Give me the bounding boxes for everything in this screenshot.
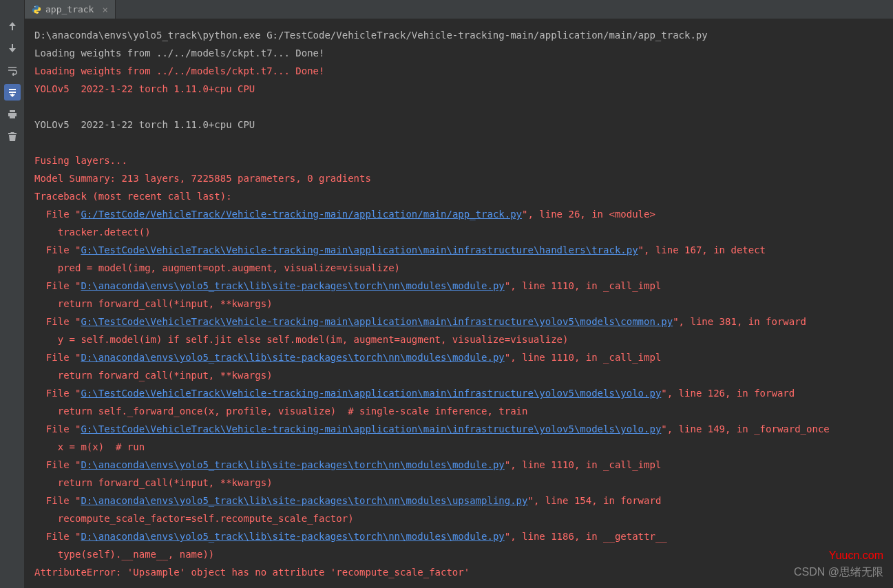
- console-text: recompute_scale_factor=self.recompute_sc…: [34, 513, 354, 524]
- console-line: YOLOv5 2022-1-22 torch 1.11.0+cpu CPU: [34, 116, 883, 134]
- console-line: return forward_call(*input, **kwargs): [34, 366, 883, 384]
- console-line: File "D:\anaconda\envs\yolo5_track\lib\s…: [34, 492, 883, 510]
- watermark-bottom: CSDN @思绪无限: [794, 565, 883, 580]
- close-icon[interactable]: ×: [102, 4, 107, 15]
- console-text: File ": [34, 495, 81, 506]
- console-line: D:\anaconda\envs\yolo5_track\python.exe …: [34, 26, 883, 44]
- console-text: tracker.detect(): [34, 227, 151, 238]
- main-panel: app_track × D:\anaconda\envs\yolo5_track…: [25, 0, 893, 588]
- console-line: File "G:\TestCode\VehicleTrack\Vehicle-t…: [34, 420, 883, 438]
- console-text: ", line 26, in <module>: [522, 209, 655, 220]
- arrow-up-icon[interactable]: [4, 18, 21, 34]
- console-gutter: [0, 0, 25, 588]
- console-text: D:\anaconda\envs\yolo5_track\python.exe …: [34, 30, 708, 41]
- tab-label: app_track: [45, 4, 94, 14]
- console-text: y = self.model(im) if self.jit else self…: [34, 334, 568, 345]
- trash-icon[interactable]: [4, 128, 21, 145]
- file-link[interactable]: D:\anaconda\envs\yolo5_track\lib\site-pa…: [81, 280, 504, 291]
- console-line: pred = model(img, augment=opt.augment, v…: [34, 259, 883, 277]
- console-line: File "D:\anaconda\envs\yolo5_track\lib\s…: [34, 527, 883, 545]
- console-text: File ": [34, 244, 81, 255]
- svg-point-1: [37, 12, 38, 12]
- console-text: File ": [34, 209, 81, 220]
- console-line: [34, 98, 883, 116]
- console-text: File ": [34, 531, 81, 542]
- console-line: YOLOv5 2022-1-22 torch 1.11.0+cpu CPU: [34, 80, 883, 98]
- console-line: File "D:\anaconda\envs\yolo5_track\lib\s…: [34, 348, 883, 366]
- console-line: return self._forward_once(x, profile, vi…: [34, 402, 883, 420]
- console-line: x = m(x) # run: [34, 438, 883, 456]
- file-link[interactable]: G:\TestCode\VehicleTrack\Vehicle-trackin…: [81, 423, 661, 434]
- console-text: File ": [34, 316, 81, 327]
- console-line: File "G:\TestCode\VehicleTrack\Vehicle-t…: [34, 313, 883, 330]
- console-text: Loading weights from ../../models/ckpt.t…: [34, 65, 324, 76]
- arrow-down-icon[interactable]: [4, 40, 21, 56]
- file-link[interactable]: G:\TestCode\VehicleTrack\Vehicle-trackin…: [81, 388, 661, 399]
- console-line: File "D:\anaconda\envs\yolo5_track\lib\s…: [34, 277, 883, 295]
- file-link[interactable]: D:\anaconda\envs\yolo5_track\lib\site-pa…: [81, 495, 527, 506]
- console-text: ", line 1186, in __getattr__: [505, 531, 667, 542]
- console-text: ", line 1110, in _call_impl: [505, 459, 662, 470]
- console-line: [34, 134, 883, 151]
- console-line: recompute_scale_factor=self.recompute_sc…: [34, 510, 883, 527]
- console-text: Model Summary: 213 layers, 7225885 param…: [34, 173, 371, 184]
- console-text: ", line 167, in detect: [638, 244, 766, 255]
- console-text: return forward_call(*input, **kwargs): [34, 370, 273, 381]
- console-text: return forward_call(*input, **kwargs): [34, 477, 273, 488]
- console-text: File ": [34, 423, 81, 434]
- console-text: return self._forward_once(x, profile, vi…: [34, 406, 527, 417]
- console-line: Loading weights from ../../models/ckpt.t…: [34, 44, 883, 62]
- file-link[interactable]: D:\anaconda\envs\yolo5_track\lib\site-pa…: [81, 352, 504, 363]
- console-text: YOLOv5 2022-1-22 torch 1.11.0+cpu CPU: [34, 83, 255, 94]
- console-text: YOLOv5 2022-1-22 torch 1.11.0+cpu CPU: [34, 119, 255, 130]
- console-text: Traceback (most recent call last):: [34, 191, 232, 202]
- console-text: ", line 1110, in _call_impl: [505, 352, 662, 363]
- console-text: ", line 126, in forward: [661, 388, 795, 399]
- console-text: ", line 154, in forward: [527, 495, 661, 506]
- console-line: File "G:/TestCode/VehicleTrack/Vehicle-t…: [34, 205, 883, 223]
- console-line: Loading weights from ../../models/ckpt.t…: [34, 62, 883, 80]
- file-link[interactable]: D:\anaconda\envs\yolo5_track\lib\site-pa…: [81, 531, 504, 542]
- console-text: Fusing layers...: [34, 155, 133, 166]
- console-text: ", line 381, in forward: [673, 316, 806, 327]
- console-line: File "G:\TestCode\VehicleTrack\Vehicle-t…: [34, 241, 883, 259]
- console-line: Model Summary: 213 layers, 7225885 param…: [34, 169, 883, 187]
- tab-bar: app_track ×: [25, 0, 893, 19]
- console-text: return forward_call(*input, **kwargs): [34, 298, 273, 309]
- console-line: y = self.model(im) if self.jit else self…: [34, 330, 883, 348]
- console-line: Fusing layers...: [34, 151, 883, 169]
- console-line: tracker.detect(): [34, 223, 883, 241]
- tab-app-track[interactable]: app_track ×: [25, 0, 116, 19]
- console-text: AttributeError: 'Upsample' object has no…: [34, 567, 470, 578]
- console-text: type(self).__name__, name)): [34, 549, 214, 560]
- console-text: pred = model(img, augment=opt.augment, v…: [34, 262, 400, 273]
- file-link[interactable]: D:\anaconda\envs\yolo5_track\lib\site-pa…: [81, 459, 504, 470]
- console-line: type(self).__name__, name)): [34, 545, 883, 563]
- console-text: x = m(x) # run: [34, 441, 145, 452]
- python-icon: [32, 5, 41, 14]
- file-link[interactable]: G:/TestCode/VehicleTrack/Vehicle-trackin…: [81, 209, 522, 220]
- console-line: return forward_call(*input, **kwargs): [34, 474, 883, 492]
- console-line: return forward_call(*input, **kwargs): [34, 295, 883, 313]
- console-line: File "G:\TestCode\VehicleTrack\Vehicle-t…: [34, 384, 883, 402]
- console-text: File ": [34, 352, 81, 363]
- console-output[interactable]: D:\anaconda\envs\yolo5_track\python.exe …: [25, 19, 893, 588]
- console-line: AttributeError: 'Upsample' object has no…: [34, 563, 883, 581]
- console-text: File ": [34, 459, 81, 470]
- file-link[interactable]: G:\TestCode\VehicleTrack\Vehicle-trackin…: [81, 244, 638, 255]
- console-text: ", line 1110, in _call_impl: [505, 280, 662, 291]
- console-text: File ": [34, 388, 81, 399]
- console-text: Loading weights from ../../models/ckpt.t…: [34, 48, 324, 59]
- console-line: File "D:\anaconda\envs\yolo5_track\lib\s…: [34, 456, 883, 474]
- watermark-top: Yuucn.com: [829, 549, 883, 562]
- console-text: ", line 149, in _forward_once: [661, 423, 829, 434]
- svg-point-0: [34, 6, 35, 7]
- print-icon[interactable]: [4, 106, 21, 123]
- soft-wrap-icon[interactable]: [4, 62, 21, 78]
- file-link[interactable]: G:\TestCode\VehicleTrack\Vehicle-trackin…: [81, 316, 673, 327]
- scroll-to-end-icon[interactable]: [4, 84, 21, 101]
- console-line: Traceback (most recent call last):: [34, 187, 883, 205]
- console-text: File ": [34, 280, 81, 291]
